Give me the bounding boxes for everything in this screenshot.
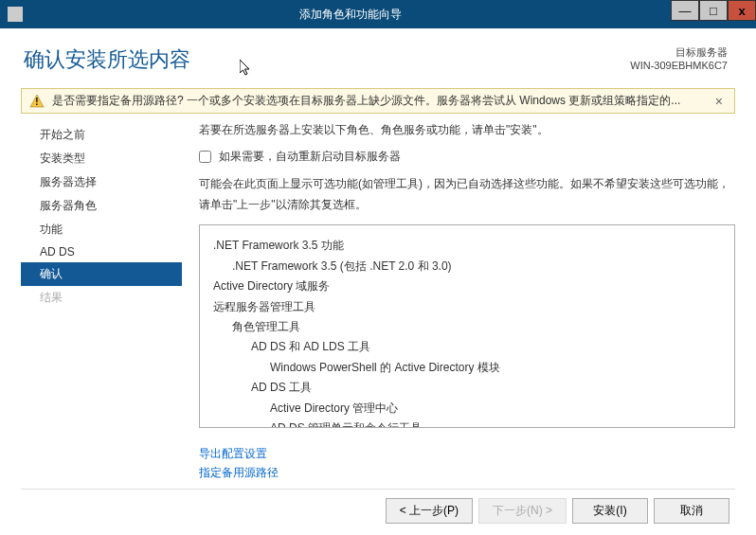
feature-item: Active Directory 管理中心: [213, 399, 721, 418]
alternate-source-link[interactable]: 指定备用源路径: [199, 464, 735, 482]
target-server-name: WIN-309EBHMK6C7: [630, 60, 728, 71]
export-config-link[interactable]: 导出配置设置: [199, 445, 735, 463]
sidebar-item-before-begin[interactable]: 开始之前: [21, 123, 182, 147]
sidebar-item-adds[interactable]: AD DS: [21, 241, 182, 262]
feature-item: AD DS 工具: [213, 378, 721, 397]
close-button[interactable]: x: [728, 0, 756, 21]
feature-item: AD DS 管理单元和命令行工具: [213, 419, 721, 428]
minimize-button[interactable]: —: [671, 0, 699, 21]
main-panel: 若要在所选服务器上安装以下角色、角色服务或功能，请单击"安装"。 如果需要，自动…: [182, 121, 735, 482]
feature-item: Active Directory 域服务: [213, 276, 721, 295]
header: 确认安装所选内容 目标服务器 WIN-309EBHMK6C7: [0, 28, 756, 83]
warning-close-icon[interactable]: ×: [711, 94, 727, 109]
install-button[interactable]: 安装(I): [572, 498, 648, 524]
sidebar: 开始之前 安装类型 服务器选择 服务器角色 功能 AD DS 确认 结果: [21, 121, 182, 482]
separator: [21, 489, 735, 490]
target-server-info: 目标服务器 WIN-309EBHMK6C7: [630, 45, 728, 74]
sidebar-item-server-roles[interactable]: 服务器角色: [21, 194, 182, 218]
app-icon: [8, 7, 23, 22]
content-area: 开始之前 安装类型 服务器选择 服务器角色 功能 AD DS 确认 结果 若要在…: [0, 121, 756, 482]
links-area: 导出配置设置 指定备用源路径: [199, 445, 735, 481]
feature-item: .NET Framework 3.5 功能: [213, 236, 721, 255]
maximize-button[interactable]: □: [699, 0, 728, 21]
restart-checkbox-row: 如果需要，自动重新启动目标服务器: [199, 149, 735, 165]
feature-item: .NET Framework 3.5 (包括 .NET 2.0 和 3.0): [213, 257, 721, 276]
svg-text:!: !: [35, 97, 38, 107]
cancel-button[interactable]: 取消: [654, 498, 729, 524]
next-button: 下一步(N) >: [478, 498, 567, 524]
window-title: 添加角色和功能向导: [30, 7, 671, 23]
features-list[interactable]: .NET Framework 3.5 功能 .NET Framework 3.5…: [199, 224, 735, 428]
sidebar-item-confirmation[interactable]: 确认: [21, 262, 182, 286]
warning-text: 是否需要指定备用源路径? 一个或多个安装选项在目标服务器上缺少源文件。服务器将尝…: [52, 93, 680, 109]
note-text: 可能会在此页面上显示可选功能(如管理工具)，因为已自动选择这些功能。如果不希望安…: [199, 174, 735, 215]
sidebar-item-install-type[interactable]: 安装类型: [21, 147, 182, 170]
sidebar-item-server-selection[interactable]: 服务器选择: [21, 170, 182, 194]
instruction-text: 若要在所选服务器上安装以下角色、角色服务或功能，请单击"安装"。: [199, 121, 735, 139]
feature-item: 远程服务器管理工具: [213, 297, 721, 316]
window-controls: — □ x: [671, 0, 756, 28]
target-server-label: 目标服务器: [630, 45, 728, 60]
warning-bar: ! 是否需要指定备用源路径? 一个或多个安装选项在目标服务器上缺少源文件。服务器…: [21, 88, 735, 114]
titlebar: 添加角色和功能向导 — □ x: [0, 0, 756, 28]
warning-icon: !: [29, 94, 45, 109]
feature-item: Windows PowerShell 的 Active Directory 模块: [213, 358, 721, 377]
restart-checkbox-label: 如果需要，自动重新启动目标服务器: [219, 149, 401, 165]
sidebar-item-results: 结果: [21, 286, 182, 310]
previous-button[interactable]: < 上一步(P): [386, 498, 473, 524]
page-title: 确认安装所选内容: [24, 45, 190, 74]
button-bar: < 上一步(P) 下一步(N) > 安装(I) 取消: [386, 498, 729, 524]
feature-item: AD DS 和 AD LDS 工具: [213, 337, 721, 356]
restart-checkbox[interactable]: [199, 151, 211, 163]
feature-item: 角色管理工具: [213, 317, 721, 336]
sidebar-item-features[interactable]: 功能: [21, 218, 182, 241]
